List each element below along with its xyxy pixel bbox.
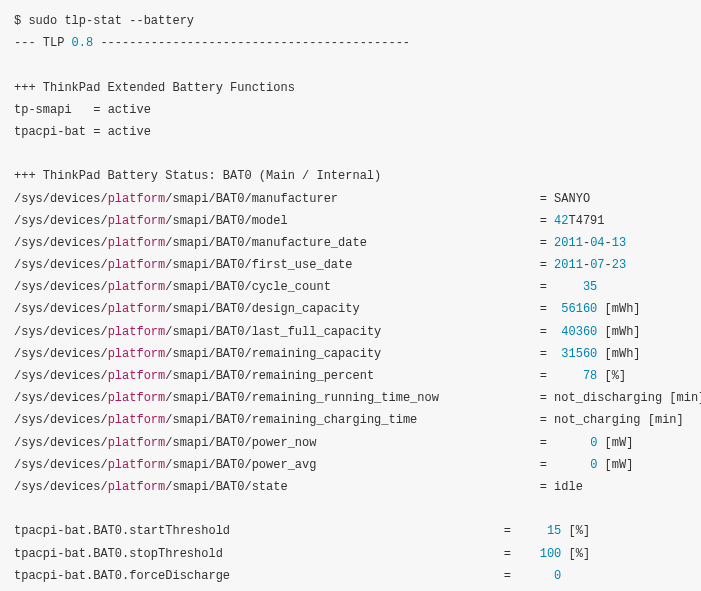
value-manufacturer: SANYO bbox=[554, 192, 590, 206]
value-stop-threshold: 100 bbox=[540, 547, 562, 561]
row-remaining-capacity: /sys/devices/platform/smapi/BAT0/remaini… bbox=[14, 343, 687, 365]
row-remaining-percent: /sys/devices/platform/smapi/BAT0/remaini… bbox=[14, 365, 687, 387]
row-remaining-charging-time: /sys/devices/platform/smapi/BAT0/remaini… bbox=[14, 409, 687, 431]
tlp-version: 0.8 bbox=[72, 36, 94, 50]
tlp-header-line: --- TLP 0.8 ----------------------------… bbox=[14, 32, 687, 54]
row-manufacture-date: /sys/devices/platform/smapi/BAT0/manufac… bbox=[14, 232, 687, 254]
tpacpi-bat-status: active bbox=[108, 125, 151, 139]
row-last-full-capacity: /sys/devices/platform/smapi/BAT0/last_fu… bbox=[14, 321, 687, 343]
section-battery-status: +++ ThinkPad Battery Status: BAT0 (Main … bbox=[14, 165, 687, 187]
blank-line bbox=[14, 54, 687, 76]
row-power-now: /sys/devices/platform/smapi/BAT0/power_n… bbox=[14, 432, 687, 454]
command-text: sudo tlp-stat --battery bbox=[28, 14, 194, 28]
value-force-discharge: 0 bbox=[554, 569, 561, 583]
section-extended-functions: +++ ThinkPad Extended Battery Functions bbox=[14, 77, 687, 99]
value-model: T4791 bbox=[569, 214, 605, 228]
row-design-capacity: /sys/devices/platform/smapi/BAT0/design_… bbox=[14, 298, 687, 320]
row-force-discharge: tpacpi-bat.BAT0.forceDischarge = 0 bbox=[14, 565, 687, 587]
value-charging-time: not_charging bbox=[554, 413, 640, 427]
row-model: /sys/devices/platform/smapi/BAT0/model =… bbox=[14, 210, 687, 232]
blank-line bbox=[14, 143, 687, 165]
row-remaining-running-time: /sys/devices/platform/smapi/BAT0/remaini… bbox=[14, 387, 687, 409]
row-manufacturer: /sys/devices/platform/smapi/BAT0/manufac… bbox=[14, 188, 687, 210]
value-state: idle bbox=[554, 480, 583, 494]
value-running-time: not_discharging bbox=[554, 391, 662, 405]
row-state: /sys/devices/platform/smapi/BAT0/state =… bbox=[14, 476, 687, 498]
value-start-threshold: 15 bbox=[547, 524, 561, 538]
value-remaining-percent: 78 bbox=[583, 369, 597, 383]
blank-line bbox=[14, 498, 687, 520]
tp-smapi-line: tp-smapi = active bbox=[14, 99, 687, 121]
value-remaining-capacity: 31560 bbox=[561, 347, 597, 361]
row-start-threshold: tpacpi-bat.BAT0.startThreshold = 15 [%] bbox=[14, 520, 687, 542]
value-cycle-count: 35 bbox=[583, 280, 597, 294]
tpacpi-bat-line: tpacpi-bat = active bbox=[14, 121, 687, 143]
row-stop-threshold: tpacpi-bat.BAT0.stopThreshold = 100 [%] bbox=[14, 543, 687, 565]
terminal-output: $ sudo tlp-stat --battery --- TLP 0.8 --… bbox=[0, 0, 701, 591]
row-cycle-count: /sys/devices/platform/smapi/BAT0/cycle_c… bbox=[14, 276, 687, 298]
path-platform: platform bbox=[108, 192, 166, 206]
value-design-capacity: 56160 bbox=[561, 302, 597, 316]
tp-smapi-status: active bbox=[108, 103, 151, 117]
command-line: $ sudo tlp-stat --battery bbox=[14, 10, 687, 32]
value-last-full-capacity: 40360 bbox=[561, 325, 597, 339]
row-first-use-date: /sys/devices/platform/smapi/BAT0/first_u… bbox=[14, 254, 687, 276]
row-power-avg: /sys/devices/platform/smapi/BAT0/power_a… bbox=[14, 454, 687, 476]
